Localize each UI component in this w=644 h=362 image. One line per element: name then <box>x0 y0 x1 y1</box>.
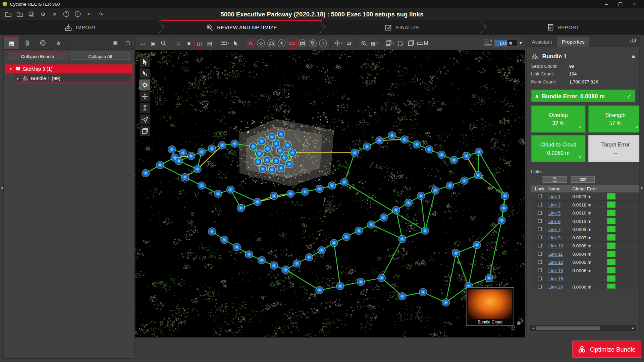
clip-box-button[interactable] <box>406 38 416 49</box>
measure-tool-button[interactable] <box>287 38 297 49</box>
collapse-all-button[interactable]: Collapse All <box>70 53 130 60</box>
link-name[interactable]: Link 11 <box>548 251 573 256</box>
lock-checkbox[interactable] <box>538 236 541 239</box>
scroll-right-arrow[interactable]: ▸ <box>630 326 636 330</box>
link-table-row[interactable]: Link 9 0.0007 m <box>531 234 639 242</box>
add-geotag-button[interactable]: ⚐ <box>318 38 328 49</box>
collapse-caret-icon[interactable]: ▸ <box>16 76 20 80</box>
point-cloud-viewport[interactable]: Bundle Cloud ▣ <box>135 50 525 337</box>
link-name[interactable]: Link 6 <box>548 219 573 224</box>
bundle-cloud-thumbnail[interactable]: Bundle Cloud <box>466 287 514 326</box>
maximize-button[interactable]: ▢ <box>613 0 628 8</box>
tab-attachments[interactable] <box>19 37 35 49</box>
lock-checkbox[interactable] <box>538 219 541 223</box>
lock-column-header[interactable]: Lock <box>531 186 548 191</box>
link-name[interactable]: Link 1 <box>548 194 573 199</box>
help-button[interactable]: ? <box>61 9 71 18</box>
new-window-button[interactable]: ▣ <box>149 38 158 49</box>
grid-toggle-button[interactable]: ▦ ▾ <box>370 38 379 49</box>
tab-geo-coordinates[interactable] <box>35 37 51 49</box>
lock-checkbox[interactable] <box>538 244 541 247</box>
link-table-row[interactable]: Link 13 0.0006 m <box>531 266 639 275</box>
link-name[interactable]: Link 7 <box>548 227 573 232</box>
link-name[interactable]: Link 20 <box>548 284 573 289</box>
pin-panel-button[interactable]: ▢ <box>122 37 134 49</box>
image-view-button[interactable]: ▤ <box>205 38 214 49</box>
tree-item-sitemap[interactable]: ▾ SiteMap 3 (1) <box>5 64 132 73</box>
expand-caret-icon[interactable]: ▾ <box>9 67 13 71</box>
view-cube-button[interactable]: ▾ <box>384 38 395 49</box>
links-horizontal-scrollbar[interactable]: ◂ ▸ <box>530 325 636 331</box>
minimize-button[interactable]: – <box>599 0 613 8</box>
lock-checkbox[interactable] <box>538 203 541 206</box>
shaded-view-button[interactable]: ■ <box>184 38 194 49</box>
fence-select-button[interactable]: ▱ <box>138 38 148 49</box>
caret-down-icon[interactable]: ▾ <box>376 41 378 45</box>
link-name[interactable]: Link 2 <box>548 202 573 207</box>
tab-report[interactable]: REPORT <box>483 20 644 35</box>
log-button[interactable]: ≡ <box>50 9 60 18</box>
link-name[interactable]: Link 15 <box>548 276 573 281</box>
undo-button[interactable]: ↶ <box>85 9 95 18</box>
link-table-row[interactable]: Link 6 0.0013 m <box>531 217 639 225</box>
settings-button[interactable]: ⚙ <box>38 9 48 18</box>
link-name[interactable]: Link 13 <box>548 268 573 273</box>
tab-project-tree[interactable]: ▦ <box>4 37 19 49</box>
apply-transform-button[interactable]: ⇄ <box>344 38 354 49</box>
link-name[interactable]: Link 5 <box>548 210 573 216</box>
open-project-button[interactable] <box>3 9 13 18</box>
storage-manager-button[interactable] <box>26 9 37 18</box>
link-name[interactable]: Link 9 <box>548 235 573 240</box>
collapse-left-panel-handle[interactable]: ◀ <box>0 182 4 193</box>
lock-checkbox[interactable] <box>538 260 541 264</box>
redo-button[interactable]: ↷ <box>96 9 106 18</box>
find-setup-button[interactable] <box>359 38 369 49</box>
caret-down-icon[interactable]: ▾ <box>341 41 343 45</box>
add-favorite-button[interactable]: ★ <box>277 38 286 49</box>
add-label-button[interactable]: ◇ <box>256 38 266 49</box>
name-column-header[interactable]: Name <box>548 186 573 191</box>
lock-links-button[interactable] <box>543 176 567 183</box>
expand-right-panel-handle[interactable]: ▶ <box>640 182 644 193</box>
link-table-row[interactable]: Link 1 0.0023 m <box>531 192 639 200</box>
limit-box-button[interactable] <box>396 38 405 49</box>
link-table-row[interactable]: Link 20 0.0006 m <box>531 283 639 289</box>
tab-assistant[interactable]: Assistant <box>527 37 557 47</box>
tab-finalize[interactable]: FINALIZE <box>322 20 483 35</box>
lock-checkbox[interactable] <box>538 211 541 215</box>
orbit-tool[interactable] <box>140 80 150 90</box>
tree-item-bundle[interactable]: ▸ Bundle 1 (99) <box>14 74 132 82</box>
add-target-button[interactable]: ◎ <box>246 38 255 49</box>
chevron-up-icon[interactable]: ∧ <box>535 93 539 99</box>
import-data-button[interactable] <box>15 9 25 18</box>
collapse-bundle-button[interactable]: Collapse Bundle <box>8 53 67 60</box>
pan-tool[interactable] <box>140 91 150 102</box>
fly-tool[interactable] <box>140 114 150 125</box>
cube-view-tool[interactable] <box>140 126 150 136</box>
lock-checkbox[interactable] <box>538 194 541 198</box>
qlb-size-slider[interactable]: 10.0 m <box>494 40 517 47</box>
tab-properties[interactable]: Properties <box>557 37 589 47</box>
tab-review-and-optimize[interactable]: REVIEW AND OPTIMIZE <box>161 20 322 35</box>
bundle-menu-button[interactable]: ≡ <box>632 53 635 59</box>
float-panel-button[interactable]: ▣ <box>109 37 122 49</box>
link-table-row[interactable]: Link 2 0.0018 m <box>531 201 639 209</box>
link-table-row[interactable]: Link 12 0.0005 m <box>531 258 639 266</box>
global-error-column-header[interactable]: Global Error <box>573 186 605 191</box>
link-name[interactable]: Link 10 <box>548 243 573 248</box>
measure-button[interactable]: ▾ <box>220 38 230 49</box>
lock-checkbox[interactable] <box>538 227 541 231</box>
walk-view-tool[interactable] <box>140 103 150 113</box>
link-table-row[interactable]: Link 5 0.0010 m <box>531 209 639 217</box>
lock-checkbox[interactable] <box>538 252 541 256</box>
link-table-row[interactable]: Link 15 - <box>531 275 639 283</box>
scroll-left-arrow[interactable]: ◂ <box>531 326 536 330</box>
add-image-button[interactable] <box>298 38 307 49</box>
tab-import[interactable]: IMPORT <box>0 20 161 35</box>
split-view-button[interactable]: ◫ <box>195 38 204 49</box>
caret-down-icon[interactable]: ▾ <box>392 41 394 45</box>
add-location-button[interactable] <box>308 38 317 49</box>
move-setup-button[interactable]: ▾ <box>333 38 343 49</box>
lock-checkbox[interactable] <box>538 268 541 272</box>
info-button[interactable]: i <box>73 9 83 18</box>
